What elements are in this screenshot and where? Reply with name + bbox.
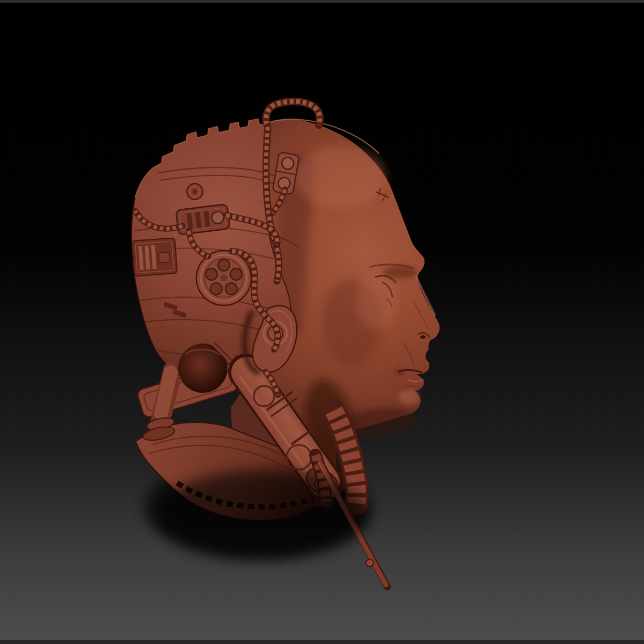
vent-grille [132, 238, 177, 276]
bust-bottom-fade [158, 470, 368, 558]
smile-corner-shadow [396, 369, 402, 375]
viewport [0, 0, 644, 644]
chin-highlight [398, 390, 420, 405]
window-frame-bottom [0, 640, 644, 644]
nostril [420, 335, 426, 339]
cheekbone-highlight [356, 271, 397, 330]
screw-washer [187, 184, 203, 200]
rod-joint [366, 559, 374, 567]
viewport-canvas[interactable] [0, 0, 644, 644]
window-frame-top [0, 0, 644, 3]
speaker-disc [196, 251, 251, 305]
connector-box [176, 204, 230, 235]
forehead-highlight [295, 146, 386, 208]
